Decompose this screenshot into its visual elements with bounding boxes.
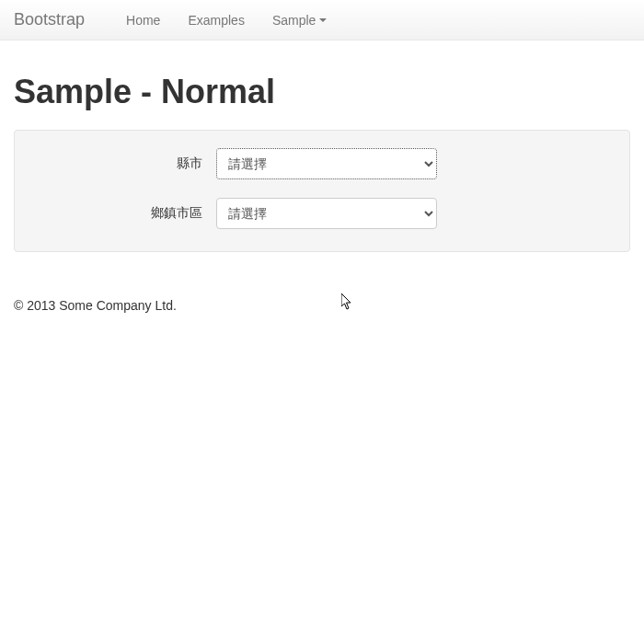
district-select[interactable]: 請選擇 xyxy=(216,198,437,229)
county-label: 縣市 xyxy=(32,155,216,172)
form-group-district: 鄉鎮市區 請選擇 xyxy=(32,198,612,229)
form-group-county: 縣市 請選擇 xyxy=(32,148,612,179)
nav-item-home[interactable]: Home xyxy=(112,0,174,40)
nav-item-label: Examples xyxy=(188,13,244,28)
navbar: Bootstrap Home Examples Sample xyxy=(0,0,644,40)
county-select[interactable]: 請選擇 xyxy=(216,148,437,179)
nav-item-sample[interactable]: Sample xyxy=(259,0,340,40)
page-title: Sample - Normal xyxy=(14,73,630,111)
main-container: Sample - Normal 縣市 請選擇 鄉鎮市區 請選擇 xyxy=(0,40,644,284)
nav-item-examples[interactable]: Examples xyxy=(174,0,258,40)
nav-item-label: Home xyxy=(126,13,160,28)
chevron-down-icon xyxy=(319,18,327,22)
form-well: 縣市 請選擇 鄉鎮市區 請選擇 xyxy=(14,130,630,252)
district-label: 鄉鎮市區 xyxy=(32,205,216,222)
footer: © 2013 Some Company Ltd. xyxy=(0,284,644,327)
navbar-brand[interactable]: Bootstrap xyxy=(14,10,112,29)
copyright-text: © 2013 Some Company Ltd. xyxy=(14,298,630,313)
nav-item-label: Sample xyxy=(272,13,316,28)
